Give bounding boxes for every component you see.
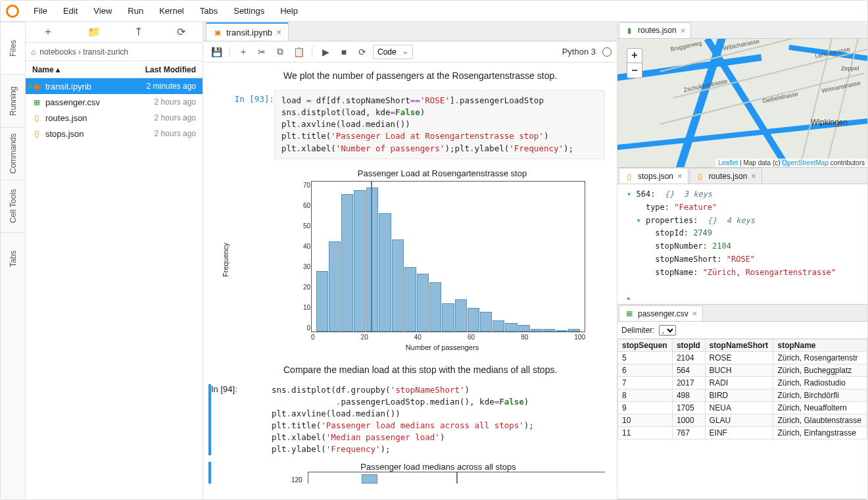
tab-passenger-csv[interactable]: ▦ passenger.csv × [619,305,703,321]
cut-icon[interactable]: ✂ [254,44,270,60]
home-icon[interactable]: ⌂ [31,47,36,57]
chart-xtick: 40 [414,334,422,341]
file-row-passenger-csv[interactable]: ▦passenger.csv2 hours ago [26,94,203,110]
new-launcher-icon[interactable]: ＋ [43,25,53,39]
stop-icon[interactable]: ■ [336,44,352,60]
refresh-icon[interactable]: ⟳ [177,26,185,38]
file-row-transit-ipynb[interactable]: ▣transit.ipynb2 minutes ago [26,78,203,94]
json-icon: {} [32,129,41,138]
col-modified[interactable]: Last Modified [145,65,196,74]
osm-link[interactable]: OpenStreetMap [782,159,829,166]
csv-cell: 1705 [672,402,705,414]
json-panel: {} stops.json × {} routes.json × ▾ 564: … [617,168,867,305]
code-cell-94[interactable]: In [94]: sns.distplot(df.groupby('stopNa… [203,384,605,456]
sidebar-tab-commands[interactable]: Commands [1,127,25,180]
chart-bar [480,312,492,331]
table-row[interactable]: 72017RADIZürich, Radiostudio [618,377,867,389]
csv-cell: Zürich, Birchdörfli [773,389,867,402]
csv-cell: BIRD [705,389,773,402]
save-icon[interactable]: 💾 [208,44,224,60]
menu-edit[interactable]: Edit [57,3,84,18]
menu-view[interactable]: View [87,3,118,18]
copy-icon[interactable]: ⧉ [272,44,288,60]
csv-col-header[interactable]: stopSequen [618,339,673,352]
markdown-cell-1[interactable]: We plot the number of passengers at the … [203,68,605,90]
zoom-in-button[interactable]: + [627,49,642,63]
tab-label: routes.json [709,172,748,181]
close-icon[interactable]: × [692,309,698,318]
insert-cell-icon[interactable]: ＋ [235,44,251,60]
collapse-icon[interactable]: ▸ [627,292,867,304]
breadcrumb-path[interactable]: notebooks › transit-zurich [39,47,128,57]
tab-routes-json-map[interactable]: ▮ routes.json × [619,22,691,38]
close-icon[interactable]: × [751,171,756,181]
chart-median-line [371,182,372,332]
csv-table[interactable]: stopSequenstopIdstopNameShortstopName 52… [617,339,867,499]
code-input[interactable]: load = df[df.stopNameShort=='ROSE'].pass… [281,95,598,155]
table-row[interactable]: 101000GLAUZürich, Glaubtenstrasse [618,414,867,427]
menu-settings[interactable]: Settings [227,3,271,18]
file-list: ▣transit.ipynb2 minutes ago▦passenger.cs… [26,78,203,499]
table-row[interactable]: 91705NEUAZürich, Neuaffoltern [618,402,867,414]
kernel-status-icon[interactable] [602,47,612,57]
table-row[interactable]: 6564BUCHZürich, Bucheggplatz [618,364,867,377]
tab-transit-ipynb[interactable]: ▣ transit.ipynb × [206,22,289,41]
run-icon[interactable]: ▶ [318,44,333,60]
file-browser: ＋ 📁 ⤒ ⟳ ⌂ notebooks › transit-zurich Nam… [26,22,203,499]
menu-kernel[interactable]: Kernel [153,3,191,18]
table-row[interactable]: 52104ROSEZürich, Rosengartenstr [618,352,867,364]
leaflet-link[interactable]: Leaflet [718,159,738,166]
paste-icon[interactable]: 📋 [291,44,306,60]
sidebar-tab-tabs[interactable]: Tabs [1,232,25,285]
sort-icon[interactable]: ▴ [56,65,60,74]
csv-col-header[interactable]: stopNameShort [705,339,773,352]
upload-icon[interactable]: ⤒ [134,26,143,38]
right-panel: ▮ routes.json × [617,22,867,499]
sidebar-tab-cell-tools[interactable]: Cell Tools [1,180,25,232]
notebook-body[interactable]: We plot the number of passengers at the … [203,63,617,499]
menu-help[interactable]: Help [274,3,304,18]
file-row-stops-json[interactable]: {}stops.json2 hours ago [26,126,203,141]
delimiter-select[interactable]: , [659,325,676,336]
tab-routes-json[interactable]: {} routes.json × [690,168,762,184]
expand-icon[interactable]: ▾ [636,216,640,225]
menu-run[interactable]: Run [121,3,150,18]
csv-col-header[interactable]: stopName [773,339,867,352]
close-icon[interactable]: × [276,27,281,38]
cell-type-select[interactable]: Code [373,45,413,59]
jupyter-logo-icon [6,5,19,18]
expand-icon[interactable]: ▾ [627,189,631,199]
col-name[interactable]: Name [32,65,54,74]
menu-tabs[interactable]: Tabs [193,3,224,18]
chart-bar [455,299,467,332]
table-row[interactable]: 8498BIRDZürich, Birchdörfli [618,389,867,402]
csv-col-header[interactable]: stopId [672,339,705,352]
new-folder-icon[interactable]: 📁 [87,26,101,38]
zoom-out-button[interactable]: − [627,63,642,78]
markdown-cell-2[interactable]: Compare the median load at this stop wit… [203,351,605,384]
json-viewer[interactable]: ▾ 564: {} 3 keys type: "Feature" ▾ prope… [617,184,867,304]
nb-icon: ▣ [32,82,41,91]
kernel-name[interactable]: Python 3 [562,47,596,57]
leaflet-map[interactable]: Bruggerweg Wibichstrasse Lehenstrasse Zs… [617,39,867,167]
chart-bar [329,241,341,332]
close-icon[interactable]: × [677,171,683,181]
breadcrumb[interactable]: ⌂ notebooks › transit-zurich [26,43,203,61]
tab-stops-json[interactable]: {} stops.json × [619,168,688,184]
file-list-header[interactable]: Name ▴ Last Modified [26,61,203,78]
code-input[interactable]: sns.distplot(df.groupby('stopNameShort')… [272,384,534,456]
chart-bar [543,329,555,331]
menu-file[interactable]: File [27,3,54,18]
code-cell-93[interactable]: In [93]: load = df[df.stopNameShort=='RO… [203,90,605,159]
csv-cell: 498 [672,389,705,402]
map-street-label: Zeppel [841,65,859,72]
table-row[interactable]: 11767EINFZürich, Einfangstrasse [618,427,867,439]
csv-cell: EINF [705,427,773,439]
file-row-routes-json[interactable]: {}routes.json2 hours ago [26,110,203,126]
sidebar-tab-files[interactable]: Files [1,22,25,74]
sidebar-tab-running[interactable]: Running [1,74,25,127]
restart-icon[interactable]: ⟳ [354,44,370,60]
csv-cell: NEUA [705,402,773,414]
csv-cell: 767 [672,427,705,439]
close-icon[interactable]: × [681,26,686,36]
